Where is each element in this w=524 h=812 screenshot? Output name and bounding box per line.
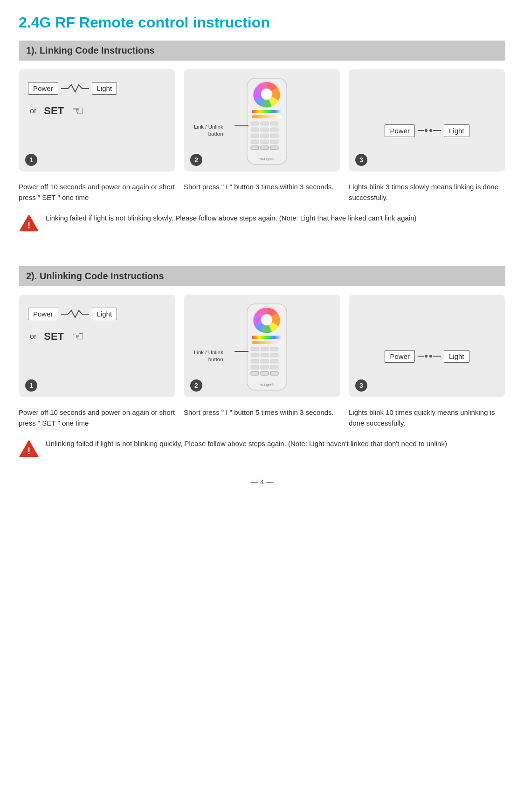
step-badge-2a: 2	[190, 154, 202, 166]
svg-rect-37	[252, 336, 282, 339]
section2-warning-box: ! Unlinking failed if light is not blink…	[19, 439, 505, 459]
svg-rect-16	[270, 134, 278, 138]
svg-rect-17	[251, 140, 259, 144]
section2-descriptions: Power off 10 seconds and power on again …	[19, 407, 505, 428]
connector-svg-1	[61, 83, 89, 94]
svg-rect-52	[261, 372, 269, 375]
svg-rect-14	[251, 134, 259, 138]
diag3-content-1: Power Light	[355, 77, 499, 165]
svg-rect-15	[261, 134, 269, 138]
section2-diagrams-row: Power Light or SET ☜ 1 Link	[19, 295, 505, 397]
svg-rect-45	[251, 359, 259, 363]
light-box-3b: Light	[444, 350, 469, 363]
svg-point-26	[429, 129, 432, 132]
section2: 2). Unlinking Code Instructions Power Li…	[19, 266, 505, 459]
connector-dots-2	[418, 352, 441, 360]
connector-dots-1	[418, 127, 441, 134]
section1-desc2: Short press " I " button 3 times within …	[184, 182, 340, 203]
svg-rect-20	[251, 146, 259, 150]
section1: 1). Linking Code Instructions Power Ligh…	[19, 41, 505, 234]
power-light-row-b1: Power Light	[28, 308, 166, 320]
section1-warning-box: ! Linking failed if light is not blinkin…	[19, 213, 505, 234]
svg-text:!: !	[28, 220, 30, 230]
power-box-1: Power	[28, 82, 58, 95]
set-text-b1: SET	[44, 330, 64, 343]
section2-diagram3: Power Light 3	[349, 295, 505, 397]
svg-rect-46	[261, 359, 269, 363]
section2-header: 2). Unlinking Code Instructions	[19, 266, 505, 286]
svg-rect-38	[252, 341, 282, 344]
svg-rect-9	[261, 122, 269, 125]
remote-container-1: Link / Unlinkbutton	[190, 77, 334, 161]
power-light-row-3a: Power Light	[385, 124, 469, 137]
remote-container-2: Link / Unlinkbutton	[190, 303, 334, 387]
page-number: — 4 —	[19, 478, 505, 486]
svg-rect-18	[261, 140, 269, 144]
power-light-row-1: Power Light	[28, 82, 166, 95]
svg-rect-50	[270, 365, 278, 369]
svg-rect-22	[270, 146, 278, 150]
svg-point-5	[261, 89, 272, 100]
link-annotation-2: Link / Unlinkbutton	[194, 349, 223, 363]
or-text-b1: or	[30, 332, 36, 341]
section2-diagram2: Link / Unlinkbutton	[184, 295, 340, 397]
svg-rect-44	[270, 353, 278, 357]
diag3-content-2: Power Light	[355, 303, 499, 391]
power-box-3b: Power	[385, 350, 415, 363]
light-box-b1: Light	[92, 308, 117, 320]
svg-rect-19	[270, 140, 278, 144]
power-box-3a: Power	[385, 124, 415, 137]
power-light-row-3b: Power Light	[385, 350, 469, 363]
svg-point-56	[425, 355, 427, 358]
section1-descriptions: Power off 10 seconds and power on again …	[19, 182, 505, 203]
svg-rect-7	[252, 115, 282, 118]
light-box-3a: Light	[444, 124, 469, 137]
step-badge-3a: 3	[355, 154, 367, 166]
set-text-1: SET	[44, 105, 64, 117]
svg-rect-51	[251, 372, 259, 375]
section2-desc3: Lights blink 10 times quickly means unli…	[349, 407, 505, 428]
svg-rect-41	[270, 347, 278, 351]
section1-diagram1: Power Light or SET ☜ 1	[19, 69, 175, 172]
svg-point-25	[425, 129, 427, 132]
svg-rect-49	[261, 365, 269, 369]
section2-diagram1: Power Light or SET ☜ 1	[19, 295, 175, 397]
hand-icon-1: ☜	[72, 103, 84, 118]
svg-rect-42	[251, 353, 259, 357]
warning-icon-2: !	[19, 439, 39, 459]
svg-rect-8	[251, 122, 259, 125]
svg-rect-48	[251, 365, 259, 369]
annotation-line-1	[234, 125, 248, 126]
connector-svg-b1	[61, 309, 89, 319]
warning-icon-1: !	[19, 213, 39, 234]
svg-rect-21	[261, 146, 269, 150]
section1-diagram2: Link / Unlinkbutton	[184, 69, 340, 172]
svg-rect-39	[251, 347, 259, 351]
step-badge-1a: 1	[25, 154, 37, 166]
or-set-row-1: or SET ☜	[28, 103, 166, 118]
svg-rect-10	[270, 122, 278, 125]
svg-rect-12	[261, 128, 269, 131]
section1-desc1: Power off 10 seconds and power on again …	[19, 182, 175, 203]
svg-rect-6	[252, 110, 282, 113]
step-badge-3b: 3	[355, 379, 367, 392]
svg-rect-40	[261, 347, 269, 351]
hand-icon-b1: ☜	[72, 329, 84, 344]
svg-point-57	[429, 355, 432, 358]
step-badge-1b: 1	[25, 379, 37, 392]
annotation-line-2	[234, 351, 248, 352]
svg-rect-53	[270, 372, 278, 375]
or-set-row-b1: or SET ☜	[28, 329, 166, 344]
section1-diagram3: Power Light 3	[349, 69, 505, 172]
section2-desc1: Power off 10 seconds and power on again …	[19, 407, 175, 428]
page-title: 2.4G RF Remote control instruction	[19, 14, 505, 31]
light-box-1: Light	[92, 82, 117, 95]
section1-header: 1). Linking Code Instructions	[19, 41, 505, 61]
svg-text:Mi-Light®: Mi-Light®	[259, 158, 274, 161]
power-box-b1: Power	[28, 308, 58, 320]
svg-rect-11	[251, 128, 259, 131]
svg-rect-13	[270, 128, 278, 131]
remote-svg-1: Mi-Light®	[245, 77, 289, 166]
remote-svg-2: Mi-Light®	[245, 303, 289, 392]
section1-diagrams-row: Power Light or SET ☜ 1	[19, 69, 505, 172]
